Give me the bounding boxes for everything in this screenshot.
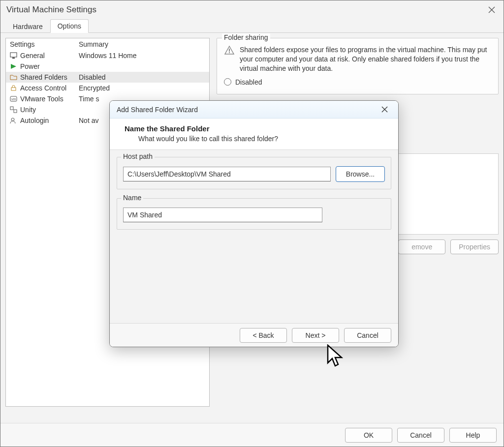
svg-rect-8 [229, 49, 230, 52]
group-legend: Folder sharing [222, 33, 270, 41]
radio-label: Disabled [235, 78, 262, 86]
folder-icon [10, 74, 17, 81]
radio-disabled[interactable]: Disabled [224, 78, 491, 86]
radio-icon [224, 78, 231, 86]
tab-bar: Hardware Options [0, 19, 504, 33]
svg-text:vm: vm [11, 97, 16, 101]
header-settings: Settings [6, 38, 75, 50]
wizard-cancel-button[interactable]: Cancel [344, 328, 391, 343]
row-shared-folders[interactable]: Shared Folders Disabled [6, 72, 209, 83]
unity-icon [10, 106, 17, 113]
label: Unity [20, 106, 36, 114]
add-shared-folder-wizard: Add Shared Folder Wizard Name the Shared… [109, 100, 399, 347]
help-button[interactable]: Help [449, 428, 497, 443]
host-path-fieldset: Host path Browse... [117, 157, 391, 189]
list-header: Settings Summary [6, 38, 209, 50]
svg-rect-0 [10, 53, 17, 57]
label: Autologin [20, 117, 49, 124]
host-path-input[interactable] [123, 167, 331, 181]
svg-point-7 [11, 118, 14, 121]
wizard-title: Add Shared Folder Wizard [117, 106, 198, 114]
svg-rect-5 [10, 107, 13, 110]
tab-hardware[interactable]: Hardware [5, 20, 50, 33]
wizard-header: Name the Shared Folder What would you li… [110, 119, 398, 150]
summary: Disabled [75, 72, 209, 83]
svg-rect-2 [11, 88, 16, 90]
header-summary: Summary [75, 38, 209, 50]
lock-icon [10, 85, 17, 91]
name-label: Name [121, 194, 143, 202]
next-button[interactable]: Next > [292, 328, 339, 343]
wizard-close-icon[interactable] [378, 103, 391, 117]
properties-button[interactable]: Properties [450, 239, 499, 254]
dialog-footer: OK Cancel Help [0, 423, 504, 447]
back-button[interactable]: < Back [240, 328, 287, 343]
wizard-footer: < Back Next > Cancel [110, 323, 398, 347]
close-icon[interactable] [486, 4, 498, 16]
label: General [20, 52, 45, 60]
label: Power [20, 62, 40, 70]
wizard-heading: Name the Shared Folder [125, 124, 387, 133]
row-general[interactable]: General Windows 11 Home [6, 50, 209, 61]
label: Shared Folders [20, 73, 67, 81]
host-path-label: Host path [121, 152, 155, 160]
browse-button[interactable]: Browse... [336, 166, 385, 182]
row-access-control[interactable]: Access Control Encrypted [6, 83, 209, 93]
titlebar: Virtual Machine Settings [0, 0, 504, 19]
ok-button[interactable]: OK [345, 428, 392, 443]
row-power[interactable]: Power [6, 61, 209, 72]
vm-icon: vm [10, 95, 17, 102]
tab-options[interactable]: Options [50, 19, 89, 33]
summary: Encrypted [75, 83, 209, 93]
play-icon [10, 63, 17, 70]
wizard-subheading: What would you like to call this shared … [138, 135, 387, 143]
user-icon [10, 117, 17, 124]
window-title: Virtual Machine Settings [6, 5, 96, 15]
svg-rect-9 [229, 52, 230, 53]
name-input[interactable] [123, 208, 322, 222]
label: VMware Tools [20, 95, 63, 103]
warning-icon [224, 45, 235, 73]
remove-button[interactable]: emove [398, 239, 445, 254]
wizard-titlebar: Add Shared Folder Wizard [110, 101, 398, 119]
summary [75, 61, 209, 72]
name-fieldset: Name [117, 198, 391, 230]
cancel-button[interactable]: Cancel [397, 428, 444, 443]
summary: Windows 11 Home [75, 50, 209, 61]
monitor-icon [10, 52, 17, 59]
svg-rect-6 [14, 110, 17, 113]
wizard-body: Host path Browse... Name [110, 150, 398, 323]
label: Access Control [20, 84, 66, 92]
warning-text: Shared folders expose your files to prog… [240, 45, 491, 73]
svg-rect-1 [12, 58, 15, 59]
folder-sharing-group: Folder sharing Shared folders expose you… [217, 38, 499, 94]
